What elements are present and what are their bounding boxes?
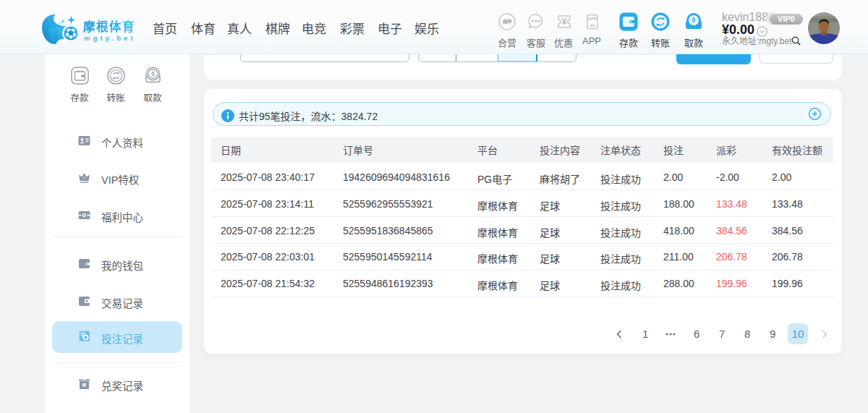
svg-text:兑: 兑: [83, 383, 86, 387]
svg-text:¥: ¥: [562, 17, 567, 27]
svg-text:APP: APP: [588, 17, 597, 21]
